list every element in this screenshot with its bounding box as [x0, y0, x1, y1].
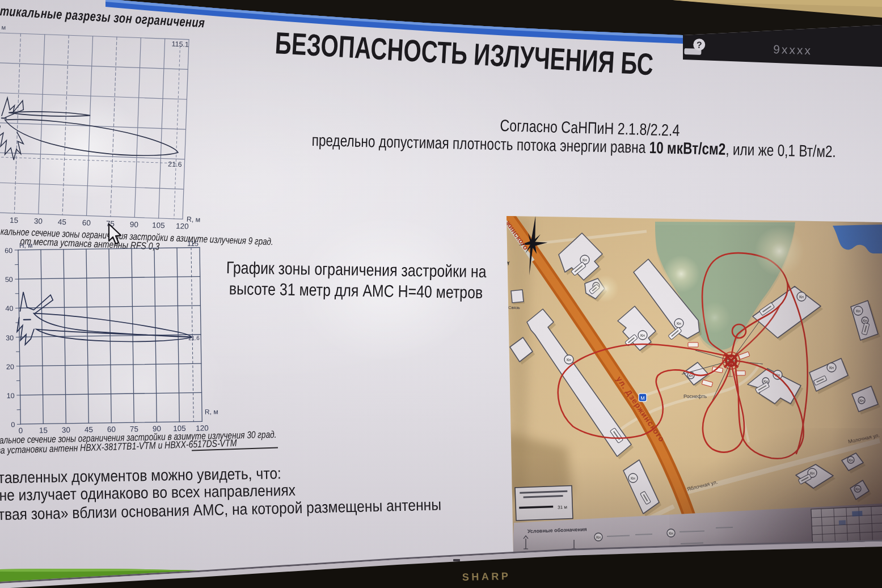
svg-text:SHARP: SHARP [462, 570, 511, 583]
svg-text:9xxxx: 9xxxx [773, 43, 812, 57]
svg-text:?: ? [697, 40, 702, 50]
